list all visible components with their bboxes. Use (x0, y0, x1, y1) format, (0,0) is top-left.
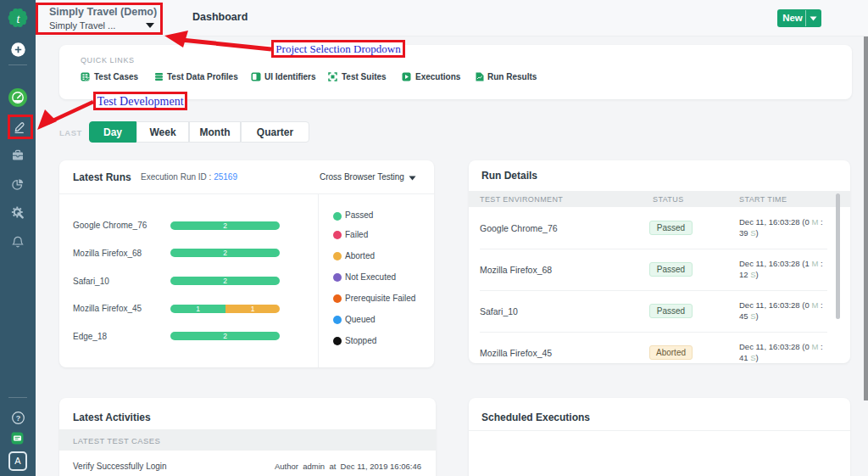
svg-text:?: ? (16, 414, 21, 423)
